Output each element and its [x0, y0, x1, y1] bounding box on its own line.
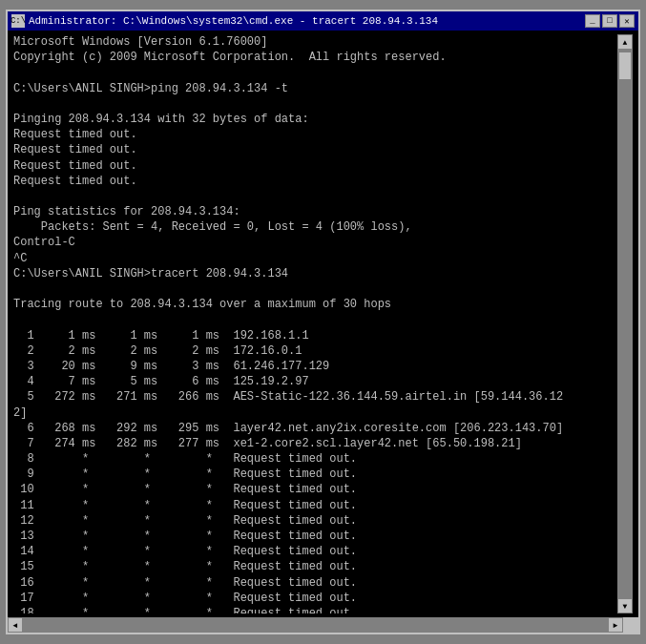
console-area: Microsoft Windows [Version 6.1.76000] Co…	[8, 31, 638, 617]
scroll-down-button[interactable]: ▼	[617, 598, 633, 613]
scroll-right-button[interactable]: ►	[608, 617, 623, 633]
horizontal-scrollbar[interactable]: ◄ ►	[8, 617, 638, 633]
vertical-scrollbar[interactable]: ▲ ▼	[617, 34, 633, 613]
scrollbar-thumb[interactable]	[618, 52, 632, 80]
cmd-window: C:\ Administrator: C:\Windows\system32\c…	[6, 10, 640, 634]
title-bar-left: C:\ Administrator: C:\Windows\system32\c…	[11, 14, 438, 28]
scrollbar-track[interactable]	[617, 50, 633, 598]
close-button[interactable]: ✕	[619, 14, 635, 28]
maximize-button[interactable]: □	[602, 14, 617, 28]
scroll-up-button[interactable]: ▲	[617, 34, 633, 50]
window-icon: C:\	[11, 14, 25, 28]
scroll-left-button[interactable]: ◄	[8, 617, 23, 633]
title-bar: C:\ Administrator: C:\Windows\system32\c…	[8, 11, 638, 31]
horizontal-scrollbar-track[interactable]	[23, 617, 608, 633]
title-buttons: _ □ ✕	[585, 14, 635, 28]
console-output: Microsoft Windows [Version 6.1.76000] Co…	[13, 34, 617, 613]
minimize-button[interactable]: _	[585, 14, 600, 28]
scrollbar-corner	[623, 617, 638, 633]
window-title: Administrator: C:\Windows\system32\cmd.e…	[29, 15, 438, 27]
